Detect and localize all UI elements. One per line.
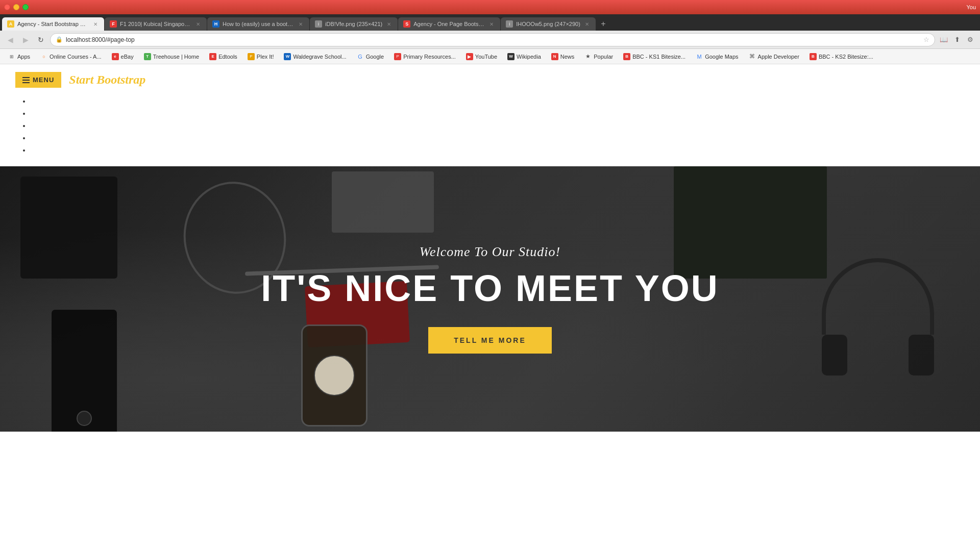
popular-icon: ★ xyxy=(584,53,592,60)
reader-icon[interactable]: 📖 xyxy=(938,34,949,45)
user-badge: You xyxy=(962,0,980,14)
bookmark-label: BBC - KS1 Bitesize... xyxy=(632,54,685,60)
apps-icon: ⊞ xyxy=(8,53,15,60)
edtools-icon: E xyxy=(209,53,216,60)
tab-close-5[interactable]: ✕ xyxy=(488,20,495,28)
tab-close-3[interactable]: ✕ xyxy=(297,20,304,28)
hero-section: Welcome To Our Studio! IT'S NICE TO MEET… xyxy=(0,166,980,432)
bookmark-edtools[interactable]: E Edtools xyxy=(205,52,241,61)
tab-5[interactable]: S Agency - One Page Bootstrap... ✕ xyxy=(398,17,500,31)
hero-title: IT'S NICE TO MEET YOU xyxy=(261,270,719,307)
hamburger-line-3 xyxy=(22,82,30,83)
minimize-button[interactable] xyxy=(13,4,19,10)
tab-favicon-2: F xyxy=(110,20,117,28)
wikipedia-icon: W xyxy=(507,53,514,60)
settings-icon[interactable]: ⚙ xyxy=(965,34,976,45)
tab-close-1[interactable]: ✕ xyxy=(92,20,99,28)
bookmark-primary-resources[interactable]: P Primary Resources... xyxy=(390,52,460,61)
bbc-ks1-icon: B xyxy=(623,53,630,60)
title-bar: You xyxy=(0,0,980,14)
bookmark-news[interactable]: N News xyxy=(547,52,579,61)
bookmark-google[interactable]: G Google xyxy=(353,52,388,61)
back-button[interactable]: ◀ xyxy=(4,34,16,46)
hero-subtitle: Welcome To Our Studio! xyxy=(261,244,719,260)
bookmark-online-courses[interactable]: ○ Online Courses - A... xyxy=(36,52,106,61)
url-text: localhost:8000/#page-top xyxy=(66,36,920,43)
tab-favicon-3: H xyxy=(212,20,219,28)
hamburger-icon xyxy=(22,77,30,83)
primary-resources-icon: P xyxy=(394,53,401,60)
ebay-icon: e xyxy=(112,53,119,60)
bookmark-wikipedia[interactable]: W Wikipedia xyxy=(503,52,545,61)
youtube-icon: ▶ xyxy=(466,53,473,60)
apple-developer-icon: ⌘ xyxy=(749,53,756,60)
bookmark-apple-developer[interactable]: ⌘ Apple Developer xyxy=(745,52,803,61)
bookmark-label: Popular xyxy=(594,54,613,60)
watch-face xyxy=(314,355,355,396)
bookmark-bbc-ks1[interactable]: B BBC - KS1 Bitesize... xyxy=(619,52,690,61)
bookmark-label: Edtools xyxy=(218,54,237,60)
site-brand[interactable]: Start Bootstrap xyxy=(69,73,145,87)
reload-button[interactable]: ↻ xyxy=(35,34,47,46)
bookmark-label: Google xyxy=(366,54,384,60)
star-icon[interactable]: ☆ xyxy=(923,36,929,43)
forward-button[interactable]: ▶ xyxy=(19,34,32,46)
google-icon: G xyxy=(357,53,364,60)
site-navigation: MENU Start Bootstrap xyxy=(0,64,980,166)
tab-2[interactable]: F F1 2010| Kubica| Singapore - ... ✕ xyxy=(105,17,207,31)
bookmark-plexit[interactable]: P Plex It! xyxy=(243,52,278,61)
tab-4[interactable]: i iDB!Vfe.png (235×421) ✕ xyxy=(310,17,398,31)
bookmark-label: YouTube xyxy=(475,54,497,60)
new-tab-button[interactable]: + xyxy=(596,17,610,31)
menu-button[interactable]: MENU xyxy=(15,72,61,88)
menu-label: MENU xyxy=(33,76,54,84)
bookmark-google-maps[interactable]: M Google Maps xyxy=(692,52,742,61)
plexit-icon: P xyxy=(248,53,255,60)
tab-3[interactable]: H How to (easily) use a bootstra... ✕ xyxy=(207,17,309,31)
bookmark-label: Online Courses - A... xyxy=(50,54,102,60)
bookmark-label: Apple Developer xyxy=(758,54,799,60)
tab-favicon-4: i xyxy=(315,20,322,28)
address-bar[interactable]: 🔒 localhost:8000/#page-top ☆ xyxy=(50,33,935,46)
bookmark-ebay[interactable]: e eBay xyxy=(108,52,138,61)
news-icon: N xyxy=(551,53,558,60)
maximize-button[interactable] xyxy=(22,4,29,10)
tab-title-4: iDB!Vfe.png (235×421) xyxy=(325,21,382,27)
bookmark-waldegrave[interactable]: W Waldegrave School... xyxy=(280,52,350,61)
lock-icon: 🔒 xyxy=(56,36,63,43)
bookmark-label: eBay xyxy=(121,54,134,60)
tab-title-2: F1 2010| Kubica| Singapore - ... xyxy=(120,21,191,27)
nav-top: MENU Start Bootstrap xyxy=(15,72,145,88)
bookmark-label: News xyxy=(560,54,575,60)
online-courses-icon: ○ xyxy=(40,53,47,60)
bookmark-apps[interactable]: ⊞ Apps xyxy=(4,52,34,61)
bbc-ks2-icon: B xyxy=(810,53,817,60)
tab-close-2[interactable]: ✕ xyxy=(194,20,202,28)
tab-favicon-5: S xyxy=(403,20,410,28)
bookmark-label: Plex It! xyxy=(257,54,274,60)
tab-title-3: How to (easily) use a bootstra... xyxy=(223,21,294,27)
tab-close-6[interactable]: ✕ xyxy=(583,20,591,28)
waldegrave-icon: W xyxy=(284,53,291,60)
bookmark-label: Apps xyxy=(17,54,30,60)
share-icon[interactable]: ⬆ xyxy=(951,34,963,45)
phone-button xyxy=(77,411,92,426)
tab-title-6: IHOOOw5.png (247×290) xyxy=(516,21,580,27)
tab-favicon-1: A xyxy=(7,20,14,28)
tab-6[interactable]: i IHOOOw5.png (247×290) ✕ xyxy=(501,17,596,31)
bookmark-treehouse[interactable]: T Treehouse | Home xyxy=(140,52,204,61)
bookmark-label: Treehouse | Home xyxy=(153,54,200,60)
nav-menu-expanded xyxy=(15,93,31,158)
hero-cta-button[interactable]: TELL ME MORE xyxy=(428,327,552,354)
bookmark-label: Waldegrave School... xyxy=(293,54,346,60)
bookmark-youtube[interactable]: ▶ YouTube xyxy=(462,52,501,61)
bookmark-label: BBC - KS2 Bitesize:... xyxy=(819,54,873,60)
bookmark-popular[interactable]: ★ Popular xyxy=(580,52,617,61)
close-button[interactable] xyxy=(4,4,10,10)
treehouse-icon: T xyxy=(144,53,151,60)
traffic-lights xyxy=(4,4,29,10)
google-maps-icon: M xyxy=(696,53,703,60)
bookmark-bbc-ks2[interactable]: B BBC - KS2 Bitesize:... xyxy=(805,52,877,61)
tab-1[interactable]: A Agency - Start Bootstrap The... ✕ xyxy=(2,17,104,31)
tab-close-4[interactable]: ✕ xyxy=(385,20,393,28)
